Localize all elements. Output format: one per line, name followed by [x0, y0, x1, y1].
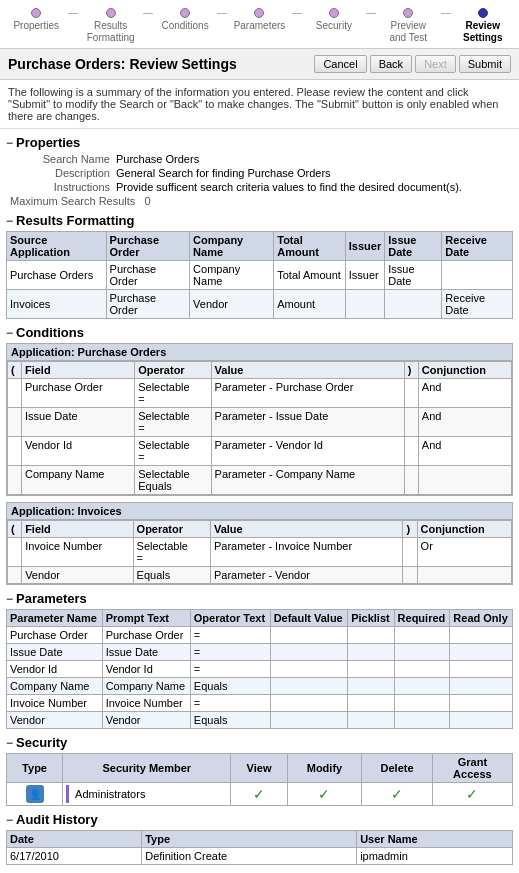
param-cell: [394, 695, 450, 712]
submit-button[interactable]: Submit: [459, 55, 511, 73]
wizard-connector-3: [217, 13, 227, 14]
condition-group-header: Application: Invoices: [7, 503, 512, 520]
cond-col-header: ): [404, 362, 418, 379]
cond-cell: Selectable =: [133, 538, 210, 567]
cond-cell: Selectable =: [135, 437, 211, 466]
audit-table: Date Type User Name 6/17/2010Definition …: [6, 830, 513, 865]
condition-group: Application: Purchase Orders(FieldOperat…: [6, 343, 513, 496]
cond-cell: Equals: [133, 567, 210, 584]
param-cell: [270, 661, 348, 678]
param-cell: [394, 627, 450, 644]
wizard-step-preview-test[interactable]: Previewand Test: [376, 8, 440, 44]
rf-cell: [345, 290, 384, 319]
properties-section-label: Properties: [16, 135, 80, 150]
parameters-section-header[interactable]: − Parameters: [6, 591, 513, 606]
wizard-step-review-settings[interactable]: ReviewSettings: [451, 8, 515, 44]
wizard-connector-6: [441, 13, 451, 14]
param-col-operator: Operator Text: [190, 610, 270, 627]
security-header-row: Type Security Member View Modify Delete …: [7, 754, 513, 783]
properties-table: Search Name Purchase Orders Description …: [6, 153, 513, 193]
cond-cell: [418, 466, 511, 495]
description-row: Description General Search for finding P…: [16, 167, 513, 179]
rf-cell: [442, 261, 513, 290]
delete-checkmark: ✓: [391, 786, 403, 802]
cond-cell: [404, 466, 418, 495]
cond-header-row: (FieldOperatorValue)Conjunction: [8, 521, 512, 538]
wizard-step-results-formatting[interactable]: ResultsFormatting: [78, 8, 142, 44]
cancel-button[interactable]: Cancel: [314, 55, 366, 73]
cond-cell: Selectable Equals: [135, 466, 211, 495]
security-bar: [66, 785, 69, 803]
audit-cell: Definition Create: [142, 848, 357, 865]
security-section-header[interactable]: − Security: [6, 735, 513, 750]
param-cell: Vendor Id: [7, 661, 103, 678]
cond-col-header: Conjunction: [418, 362, 511, 379]
wizard-step-conditions[interactable]: Conditions: [153, 8, 217, 32]
results-formatting-section-header[interactable]: − Results Formatting: [6, 213, 513, 228]
security-table: Type Security Member View Modify Delete …: [6, 753, 513, 806]
page-header: Purchase Orders: Review Settings Cancel …: [0, 49, 519, 80]
param-cell: Purchase Order: [7, 627, 103, 644]
cond-cell: And: [418, 437, 511, 466]
cond-cell: [8, 408, 22, 437]
security-view-cell: ✓: [231, 783, 287, 806]
properties-section: − Properties Search Name Purchase Orders…: [6, 135, 513, 207]
conditions-section-header[interactable]: − Conditions: [6, 325, 513, 340]
condition-group-header: Application: Purchase Orders: [7, 344, 512, 361]
cond-cell: Issue Date: [21, 408, 134, 437]
param-cell: Invoice Number: [102, 695, 190, 712]
cond-cell: Parameter - Invoice Number: [210, 538, 402, 567]
param-data-row: Company NameCompany NameEquals: [7, 678, 513, 695]
next-button[interactable]: Next: [415, 55, 456, 73]
security-col-modify: Modify: [287, 754, 362, 783]
wizard-connector-5: [366, 13, 376, 14]
rf-col-issue-date: Issue Date: [385, 232, 442, 261]
param-cell: [348, 644, 394, 661]
security-member-cell: Administrators: [63, 783, 231, 806]
cond-cell: [403, 567, 417, 584]
param-cell: [270, 712, 348, 729]
wizard-step-parameters[interactable]: Parameters: [227, 8, 291, 32]
step-label-conditions: Conditions: [161, 20, 208, 32]
audit-header-row: Date Type User Name: [7, 831, 513, 848]
step-dot-security: [329, 8, 339, 18]
step-dot-properties: [31, 8, 41, 18]
step-label-properties: Properties: [13, 20, 59, 32]
collapse-icon-audit: −: [6, 813, 13, 827]
param-cell: Company Name: [7, 678, 103, 695]
step-dot-review-settings: [478, 8, 488, 18]
cond-cell: Parameter - Vendor: [210, 567, 402, 584]
rf-cell: Invoices: [7, 290, 107, 319]
back-button[interactable]: Back: [370, 55, 412, 73]
cond-col-header: ): [403, 521, 417, 538]
cond-cell: [404, 379, 418, 408]
param-cell: Invoice Number: [7, 695, 103, 712]
properties-section-header[interactable]: − Properties: [6, 135, 513, 150]
param-cell: [450, 661, 513, 678]
param-col-readonly: Read Only: [450, 610, 513, 627]
cond-cell: Purchase Order: [21, 379, 134, 408]
param-cell: [450, 712, 513, 729]
rf-cell: Company Name: [190, 261, 274, 290]
param-cell: [450, 695, 513, 712]
instructions-value: Provide sufficent search criteria values…: [116, 181, 513, 193]
rf-cell: Amount: [274, 290, 346, 319]
param-cell: Vendor Id: [102, 661, 190, 678]
collapse-icon-security: −: [6, 736, 13, 750]
cond-data-row: Purchase OrderSelectable =Parameter - Pu…: [8, 379, 512, 408]
search-name-value: Purchase Orders: [116, 153, 513, 165]
rf-cell: Total Amount: [274, 261, 346, 290]
max-search-label: Maximum Search Results: [10, 195, 135, 207]
cond-col-header: Value: [211, 362, 404, 379]
param-cell: [394, 712, 450, 729]
cond-cell: [404, 408, 418, 437]
param-col-picklist: Picklist: [348, 610, 394, 627]
wizard-step-properties[interactable]: Properties: [4, 8, 68, 32]
param-cell: [348, 627, 394, 644]
wizard-step-security[interactable]: Security: [302, 8, 366, 32]
cond-cell: And: [418, 408, 511, 437]
admin-group-icon: 👤: [26, 785, 44, 803]
step-label-security: Security: [316, 20, 352, 32]
cond-col-header: (: [8, 362, 22, 379]
audit-section-header[interactable]: − Audit History: [6, 812, 513, 827]
